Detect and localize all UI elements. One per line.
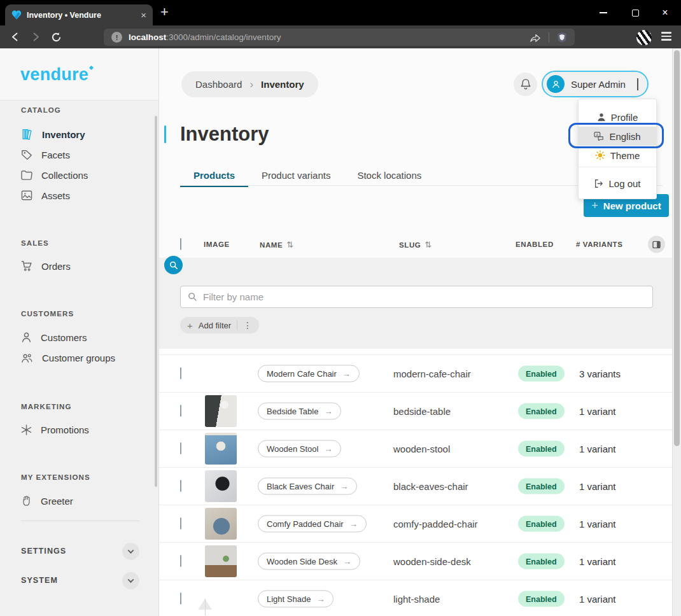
plus-icon: + [591, 199, 598, 213]
search-toggle-button[interactable] [164, 256, 183, 274]
chevron-down-icon[interactable] [122, 543, 139, 560]
product-name-chip[interactable]: Wooden Stool→ [258, 440, 341, 458]
tab-product-variants[interactable]: Product variants [248, 164, 344, 186]
kebab-menu-icon[interactable]: ⋮ [237, 320, 252, 330]
product-thumbnail[interactable] [205, 395, 237, 427]
table-row: Comfy Padded Chair→ comfy-padded-chair E… [159, 505, 672, 542]
row-checkbox[interactable] [180, 593, 181, 605]
folder-icon [21, 170, 32, 180]
filter-by-name-input[interactable] [203, 291, 645, 302]
new-product-label: New product [603, 200, 661, 211]
menu-item-logout[interactable]: Log out [579, 174, 656, 193]
new-tab-button[interactable]: + [160, 4, 169, 20]
product-name-chip[interactable]: Modern Cafe Chair→ [258, 365, 360, 382]
sidebar-divider [21, 521, 139, 521]
logout-icon [594, 179, 603, 188]
vendure-logo[interactable]: vendure [20, 65, 88, 85]
arrow-right-icon: → [349, 519, 358, 529]
sort-icon[interactable]: ⇅ [425, 240, 432, 249]
browser-menu-icon[interactable] [661, 32, 671, 43]
sidebar-item-label: Collections [41, 170, 88, 181]
sidebar-item-orders[interactable]: Orders [13, 256, 143, 276]
address-bar[interactable]: ! localhost:3000/admin/catalog/inventory [104, 29, 575, 46]
row-checkbox[interactable] [180, 405, 181, 417]
product-name-chip[interactable]: Comfy Padded Chair→ [258, 515, 367, 533]
product-name-chip[interactable]: Light Shade→ [258, 591, 333, 608]
sidebar-item-greeter[interactable]: Greeter [13, 491, 143, 511]
forward-button[interactable] [28, 29, 43, 45]
browser-profile-avatar[interactable] [636, 30, 652, 45]
row-checkbox[interactable] [180, 518, 181, 529]
toolbar-divider [549, 32, 549, 43]
sidebar: vendure CATALOG Inventory Facets Collect… [0, 48, 159, 616]
add-filter-button[interactable]: + Add filter ⋮ [180, 317, 259, 333]
select-all-checkbox[interactable] [180, 239, 181, 250]
sidebar-item-promotions[interactable]: Promotions [13, 419, 143, 440]
sidebar-section-system[interactable]: SYSTEM [21, 570, 139, 591]
sidebar-item-label: Greeter [41, 496, 73, 507]
window-minimize-button[interactable] [589, 0, 618, 25]
row-checkbox[interactable] [180, 443, 181, 454]
user-name: Super Admin [571, 79, 631, 90]
column-settings-button[interactable] [648, 236, 665, 253]
sidebar-item-facets[interactable]: Facets [13, 144, 143, 165]
sidebar-item-customers[interactable]: Customers [13, 327, 143, 347]
menu-item-profile[interactable]: Profile [579, 108, 656, 127]
sidebar-item-collections[interactable]: Collections [13, 165, 143, 185]
table-row: Bedside Table→ bedside-table Enabled 1 v… [159, 392, 672, 430]
product-thumbnail[interactable] [205, 358, 237, 389]
column-header-slug[interactable]: SLUG ⇅ [399, 240, 432, 249]
table-header: IMAGE NAME ⇅ SLUG ⇅ ENABLED # VARIANTS [159, 231, 672, 258]
search-icon [169, 261, 178, 270]
product-name-chip[interactable]: Bedside Table→ [258, 403, 341, 420]
window-close-button[interactable]: × [650, 0, 680, 25]
menu-item-language[interactable]: A English [579, 127, 656, 146]
sort-icon[interactable]: ⇅ [286, 240, 294, 249]
section-label-marketing: MARKETING [21, 403, 72, 410]
filter-input-wrap [180, 286, 653, 308]
column-header-name[interactable]: NAME ⇅ [260, 240, 294, 249]
back-button[interactable] [8, 29, 23, 45]
status-badge: Enabled [518, 516, 565, 532]
reload-button[interactable] [48, 29, 64, 45]
menu-item-theme[interactable]: Theme [579, 146, 656, 165]
sidebar-item-inventory[interactable]: Inventory [13, 124, 143, 144]
sidebar-item-assets[interactable]: Assets [13, 185, 143, 206]
sidebar-section-settings[interactable]: SETTINGS [21, 541, 139, 561]
status-badge: Enabled [518, 366, 565, 382]
user-dropdown-menu: Profile A English Theme Log out [578, 99, 657, 199]
breadcrumb-dashboard-link[interactable]: Dashboard [195, 79, 242, 90]
product-slug: modern-cafe-chair [393, 368, 471, 379]
chevron-down-icon[interactable] [122, 572, 139, 589]
row-checkbox[interactable] [180, 556, 181, 567]
row-checkbox[interactable] [180, 368, 181, 379]
user-menu-button[interactable]: Super Admin [542, 71, 649, 97]
sidebar-scrollbar-thumb[interactable] [155, 116, 157, 487]
product-thumbnail[interactable] [205, 433, 237, 465]
notifications-button[interactable] [514, 73, 537, 96]
product-thumbnail[interactable] [205, 508, 237, 540]
tab-products[interactable]: Products [180, 164, 248, 186]
variant-count: 3 variants [579, 368, 621, 379]
page-scrollbar-thumb[interactable] [674, 50, 680, 446]
menu-item-label: English [609, 131, 640, 142]
product-name-chip[interactable]: Wooden Side Desk→ [258, 553, 360, 570]
tab-stock-locations[interactable]: Stock locations [344, 164, 435, 186]
share-icon[interactable] [530, 32, 541, 43]
site-info-icon[interactable]: ! [111, 32, 122, 43]
sidebar-item-customer-groups[interactable]: Customer groups [13, 347, 143, 368]
window-maximize-button[interactable] [621, 0, 650, 25]
sidebar-item-label: Customer groups [42, 353, 115, 363]
row-checkbox[interactable] [180, 480, 181, 492]
product-name-chip[interactable]: Black Eaves Chair→ [258, 478, 357, 495]
snowflake-icon [21, 424, 32, 435]
product-slug: black-eaves-chair [393, 481, 468, 492]
product-thumbnail[interactable] [205, 545, 237, 577]
menu-item-label: Theme [610, 150, 640, 161]
browser-tabbar: Inventory • Vendure × + × [0, 0, 681, 25]
browser-tab[interactable]: Inventory • Vendure × [5, 4, 153, 25]
tab-close-icon[interactable]: × [141, 10, 146, 20]
brave-shield-icon[interactable] [557, 32, 567, 43]
product-thumbnail[interactable] [205, 470, 237, 502]
product-slug: light-shade [393, 594, 440, 605]
